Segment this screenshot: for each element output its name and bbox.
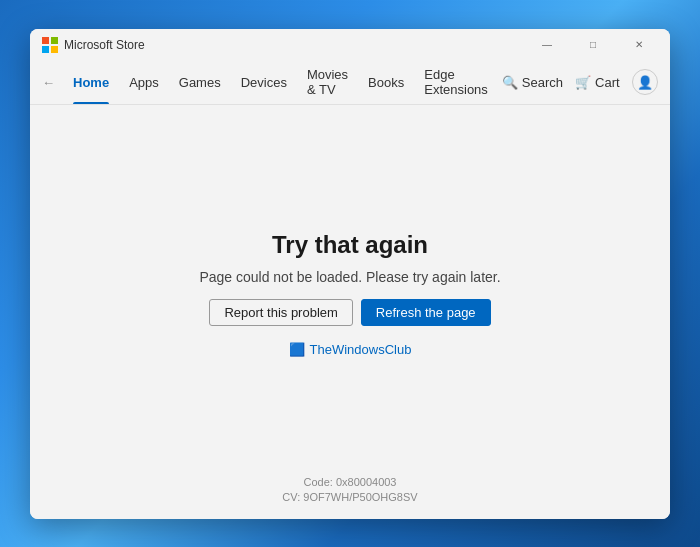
refresh-page-button[interactable]: Refresh the page <box>361 299 491 326</box>
minimize-button[interactable]: — <box>524 29 570 61</box>
nav-right: 🔍 Search 🛒 Cart 👤 ··· <box>502 68 670 96</box>
error-subtitle: Page could not be loaded. Please try aga… <box>199 269 500 285</box>
svg-rect-0 <box>42 37 49 44</box>
main-content: Try that again Page could not be loaded.… <box>30 105 670 519</box>
title-bar-left: Microsoft Store <box>42 37 145 53</box>
search-button[interactable]: 🔍 Search <box>502 75 563 90</box>
cart-icon: 🛒 <box>575 75 591 90</box>
svg-rect-2 <box>42 46 49 53</box>
app-window: Microsoft Store — □ ✕ ← Home Apps Games … <box>30 29 670 519</box>
error-code: Code: 0x80004003 <box>304 476 397 488</box>
close-button[interactable]: ✕ <box>616 29 662 61</box>
svg-rect-1 <box>51 37 58 44</box>
svg-rect-3 <box>51 46 58 53</box>
store-tile-icon: 🟦 <box>289 342 305 357</box>
nav-item-games[interactable]: Games <box>169 60 231 104</box>
user-icon: 👤 <box>637 75 653 90</box>
nav-item-extensions[interactable]: Edge Extensions <box>414 60 498 104</box>
error-title: Try that again <box>272 231 428 259</box>
error-section: Try that again Page could not be loaded.… <box>199 231 500 357</box>
nav-item-home[interactable]: Home <box>63 60 119 104</box>
window-title: Microsoft Store <box>64 38 145 52</box>
app-icon <box>42 37 58 53</box>
back-button[interactable]: ← <box>42 68 55 96</box>
user-button[interactable]: 👤 <box>632 69 658 95</box>
error-cv: CV: 9OF7WH/P50OHG8SV <box>282 491 417 503</box>
nav-item-apps[interactable]: Apps <box>119 60 169 104</box>
nav-items: Home Apps Games Devices Movies & TV Book… <box>63 60 498 104</box>
maximize-button[interactable]: □ <box>570 29 616 61</box>
report-problem-button[interactable]: Report this problem <box>209 299 352 326</box>
nav-item-books[interactable]: Books <box>358 60 414 104</box>
title-bar: Microsoft Store — □ ✕ <box>30 29 670 61</box>
search-icon: 🔍 <box>502 75 518 90</box>
nav-item-devices[interactable]: Devices <box>231 60 297 104</box>
store-link-label: TheWindowsClub <box>310 342 412 357</box>
cart-button[interactable]: 🛒 Cart <box>575 75 620 90</box>
nav-bar: ← Home Apps Games Devices Movies & TV Bo… <box>30 61 670 105</box>
footer-codes: Code: 0x80004003 CV: 9OF7WH/P50OHG8SV <box>30 476 670 503</box>
error-buttons: Report this problem Refresh the page <box>209 299 490 326</box>
window-controls: — □ ✕ <box>524 29 662 61</box>
store-link[interactable]: 🟦 TheWindowsClub <box>289 342 412 357</box>
nav-item-movies[interactable]: Movies & TV <box>297 60 358 104</box>
